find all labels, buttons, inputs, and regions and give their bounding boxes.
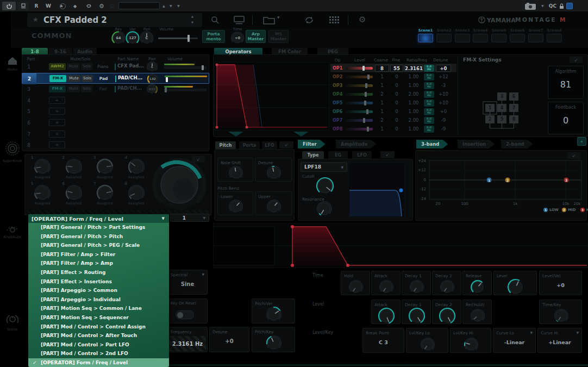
env-curve-lo-box[interactable]: Curve Lo▼-Linear bbox=[493, 328, 536, 353]
env-knob-label: Rel(Hold) bbox=[466, 302, 485, 307]
env-knob-label: Hold bbox=[344, 273, 353, 278]
env-knob[interactable] bbox=[470, 308, 485, 324]
lvl-key-lo-knob[interactable] bbox=[420, 337, 435, 352]
env-level-vel-value: +0 bbox=[540, 282, 581, 288]
check-icon: ✓ bbox=[33, 358, 37, 367]
env-knob[interactable] bbox=[440, 279, 455, 295]
env-time-hold: Hold bbox=[341, 271, 370, 295]
break-point-value: C 3 bbox=[363, 339, 404, 345]
pan-value: C bbox=[151, 65, 153, 69]
porta-time-value: +0 bbox=[235, 36, 240, 40]
page-menu-value: [OPERATOR] Form / Freq / Level bbox=[32, 216, 123, 222]
pan-value: L32 bbox=[149, 77, 155, 80]
chevron-down-icon: ▼ bbox=[576, 331, 579, 334]
env-time-decay-1: Decay 1 bbox=[402, 271, 431, 295]
env-knob[interactable] bbox=[409, 279, 424, 295]
menu-item[interactable]: [PART] General / Pitch > Pitch bbox=[28, 232, 169, 241]
page-menu-header[interactable]: [OPERATOR] Form / Freq / Level ▼ bbox=[28, 214, 169, 223]
pan-value: C bbox=[146, 36, 148, 40]
bottom-edge-glow bbox=[169, 364, 588, 366]
curve-hi-value: +Linear bbox=[538, 339, 581, 345]
env-knob[interactable] bbox=[348, 279, 364, 295]
env-time-key-box: Time/Key bbox=[539, 300, 582, 324]
env-time-attack: Attack bbox=[371, 271, 401, 295]
eq-band-point-high[interactable]: 3 bbox=[564, 177, 569, 183]
menu-item[interactable]: [PART] Filter / Amp > Filter bbox=[28, 250, 169, 259]
time-key-knob[interactable] bbox=[554, 308, 569, 324]
env-knob[interactable] bbox=[378, 307, 395, 325]
rev-value: 64 bbox=[116, 36, 121, 40]
env-row-label: Time bbox=[312, 273, 341, 278]
curve-lo-value: -Linear bbox=[493, 339, 535, 345]
env-knob-label: Attack bbox=[374, 273, 387, 278]
menu-item[interactable]: [PART] Arpeggio > Common bbox=[28, 286, 169, 295]
env-time-decay-2: Decay 2 bbox=[432, 271, 461, 295]
menu-item[interactable]: [PART] Filter / Amp > Amp bbox=[28, 259, 169, 268]
env-time-release: Release bbox=[462, 271, 492, 295]
env-knob-label: Level/Vel bbox=[542, 273, 561, 278]
env-row-label: Level bbox=[312, 302, 341, 307]
env-knob-label: Decay 1 bbox=[405, 273, 422, 278]
menu-item[interactable]: [PART] Effect > Routing bbox=[28, 268, 169, 277]
page-menu-items: [PART] General / Pitch > Part Settings[P… bbox=[28, 223, 169, 367]
env-knob-label: Lvl/Key Hi bbox=[453, 331, 473, 335]
env-lvl-key-lo-box: Lvl/Key Lo bbox=[406, 328, 448, 353]
eq-band-point-mid[interactable]: 2 bbox=[505, 177, 510, 183]
menu-item[interactable]: [PART] General / Pitch > Part Settings bbox=[28, 223, 169, 232]
env-knob-label: Decay 2 bbox=[435, 273, 452, 278]
env-level-decay-1: Decay 1 bbox=[402, 300, 431, 324]
menu-item[interactable]: [PART] Arpeggio > Individual bbox=[28, 295, 169, 304]
env-level-knob[interactable] bbox=[507, 278, 524, 296]
menu-item[interactable]: [PART] General / Pitch > PEG / Scale bbox=[28, 241, 169, 250]
var-value: 127 bbox=[129, 36, 136, 40]
menu-item[interactable]: [PART] Motion Seq > Common / Lane bbox=[28, 304, 169, 313]
env-knob-label: Release bbox=[466, 273, 481, 278]
env-lvl-key-hi-box: Lvl/Key Hi bbox=[450, 328, 491, 353]
env-level-attack: Attack bbox=[371, 300, 401, 324]
env-knob-label: Curve Lo bbox=[496, 331, 514, 335]
page-menu-dropdown: [OPERATOR] Form / Freq / Level ▼ [PART] … bbox=[28, 214, 169, 367]
env-level-vel-box[interactable]: Level/Vel+0 bbox=[539, 271, 582, 295]
env-knob[interactable] bbox=[439, 307, 456, 325]
env-level-knob-box: Level bbox=[493, 271, 537, 295]
env-knob-label: Break Point bbox=[366, 331, 389, 335]
env-row-label: Level/Key bbox=[312, 330, 341, 335]
menu-item[interactable]: [PART] Mod / Control > After Touch bbox=[28, 331, 169, 340]
env-knob-label: Time/Key bbox=[542, 302, 561, 307]
menu-item-selected[interactable]: ✓[OPERATOR] Form / Freq / Level bbox=[28, 358, 169, 367]
menu-item[interactable]: [PART] Effect > Insertions bbox=[28, 277, 169, 287]
env-knob[interactable] bbox=[470, 279, 485, 295]
menu-item[interactable]: [PART] Mod / Control > Part LFO bbox=[28, 340, 169, 350]
chevron-down-icon: ▼ bbox=[530, 331, 533, 334]
chevron-down-icon: ▼ bbox=[162, 216, 165, 221]
lvl-key-hi-knob[interactable] bbox=[464, 337, 479, 352]
env-knob-label: Lvl/Key Lo bbox=[409, 331, 430, 335]
menu-item[interactable]: [PART] Motion Seq > Sequencer bbox=[28, 313, 169, 322]
pan-value: R32 bbox=[149, 88, 155, 91]
env-knob-label: Decay 2 bbox=[435, 302, 452, 307]
env-level-rel-hold-: Rel(Hold) bbox=[462, 300, 492, 324]
montage-m-app: R W a ◆ ⚙ ○ ▲ ▼ ▼ ▼ QC Home SuperKnob bbox=[0, 0, 588, 367]
env-knob-label: Attack bbox=[374, 302, 387, 307]
env-knob[interactable] bbox=[379, 279, 394, 295]
env-knob-label: Level bbox=[497, 273, 508, 278]
env-curve-hi-box[interactable]: Curve Hi▼+Linear bbox=[537, 328, 582, 353]
env-level-decay-2: Decay 2 bbox=[432, 300, 461, 324]
eq-band-point-low[interactable]: 1 bbox=[486, 177, 492, 183]
env-knob-label: Decay 1 bbox=[405, 302, 422, 307]
env-break-point-box[interactable]: Break PointC 3 bbox=[362, 328, 404, 353]
menu-item[interactable]: [PART] Mod / Control > 2nd LFO bbox=[28, 349, 169, 358]
menu-item[interactable]: [PART] Mod / Control > Control Assign bbox=[28, 322, 169, 332]
env-knob[interactable] bbox=[408, 307, 426, 325]
env-knob-label: Curve Hi bbox=[541, 331, 558, 335]
